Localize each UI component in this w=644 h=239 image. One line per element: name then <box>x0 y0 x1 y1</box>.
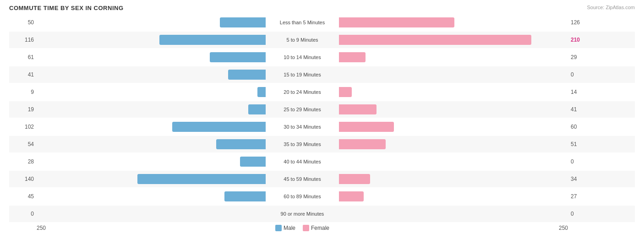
left-bar-container <box>37 52 266 62</box>
right-bar-container <box>339 17 568 27</box>
row-inner: 41 15 to 19 Minutes 0 <box>9 66 635 83</box>
row-inner: 28 40 to 44 Minutes 0 <box>9 153 635 170</box>
bar-row: 9 20 to 24 Minutes 14 <box>9 84 635 100</box>
female-value: 60 <box>568 124 595 130</box>
row-inner: 50 Less than 5 Minutes 126 <box>9 14 635 31</box>
row-inner: 9 20 to 24 Minutes 14 <box>9 84 635 100</box>
female-value: 0 <box>568 158 595 165</box>
right-bar-container <box>339 191 568 201</box>
left-bar-container <box>37 17 266 27</box>
female-value: 0 <box>568 71 595 78</box>
female-bar <box>339 174 370 184</box>
male-bar <box>220 17 266 27</box>
female-bar <box>339 191 364 201</box>
male-bar <box>240 157 266 167</box>
female-bar <box>339 104 377 114</box>
row-inner: 54 35 to 39 Minutes 51 <box>9 136 635 152</box>
legend-female-box <box>303 225 309 231</box>
bar-row: 54 35 to 39 Minutes 51 <box>9 136 635 152</box>
female-value: 210 <box>568 37 595 43</box>
right-bar-container <box>339 87 568 97</box>
female-value: 14 <box>568 89 595 95</box>
bottom-row: 250 Male Female 250 <box>9 225 635 231</box>
legend-female: Female <box>303 225 329 231</box>
bar-row: 41 15 to 19 Minutes 0 <box>9 66 635 83</box>
male-bar <box>172 122 266 132</box>
bar-row: 140 45 to 59 Minutes 34 <box>9 171 635 187</box>
right-bar-container <box>339 122 568 132</box>
right-bar-container <box>339 35 568 45</box>
male-value: 28 <box>9 158 37 165</box>
row-inner: 19 25 to 29 Minutes 41 <box>9 101 635 118</box>
legend-male-box <box>275 225 282 231</box>
right-bar-container <box>339 70 568 80</box>
row-label: 35 to 39 Minutes <box>266 141 339 147</box>
female-bar <box>339 52 366 62</box>
row-label: 90 or more Minutes <box>266 211 339 217</box>
male-bar <box>228 70 266 80</box>
female-value: 29 <box>568 54 595 60</box>
axis-value-right: 250 <box>339 225 568 231</box>
male-bar <box>224 191 266 201</box>
bar-row: 116 5 to 9 Minutes 210 <box>9 32 635 48</box>
male-bar <box>210 52 266 62</box>
left-bar-container <box>37 191 266 201</box>
left-bar-container <box>37 157 266 167</box>
left-bar-container <box>37 35 266 45</box>
row-label: 30 to 34 Minutes <box>266 124 339 130</box>
male-value: 140 <box>9 176 37 182</box>
male-value: 19 <box>9 106 37 113</box>
male-value: 45 <box>9 193 37 200</box>
legend-female-label: Female <box>311 225 329 231</box>
bar-row: 28 40 to 44 Minutes 0 <box>9 153 635 170</box>
row-label: 60 to 89 Minutes <box>266 194 339 199</box>
bar-row: 45 60 to 89 Minutes 27 <box>9 188 635 205</box>
bar-row: 0 90 or more Minutes 0 <box>9 206 635 222</box>
female-bar <box>339 122 394 132</box>
male-value: 102 <box>9 124 37 130</box>
row-inner: 102 30 to 34 Minutes 60 <box>9 119 635 135</box>
male-value: 54 <box>9 141 37 147</box>
male-bar <box>159 35 266 45</box>
chart-container: COMMUTE TIME BY SEX IN CORNING Source: Z… <box>0 0 644 239</box>
male-bar <box>257 87 266 97</box>
male-bar <box>137 174 266 184</box>
row-inner: 45 60 to 89 Minutes 27 <box>9 188 635 205</box>
row-label: 25 to 29 Minutes <box>266 107 339 112</box>
bar-row: 19 25 to 29 Minutes 41 <box>9 101 635 118</box>
row-label: Less than 5 Minutes <box>266 20 339 25</box>
row-label: 15 to 19 Minutes <box>266 72 339 77</box>
male-value: 50 <box>9 19 37 26</box>
male-value: 41 <box>9 71 37 78</box>
bottom-center-area: 250 Male Female 250 <box>37 225 568 231</box>
axis-value-left: 250 <box>37 225 266 231</box>
bar-row: 61 10 to 14 Minutes 29 <box>9 49 635 65</box>
bar-row: 50 Less than 5 Minutes 126 <box>9 14 635 31</box>
row-inner: 0 90 or more Minutes 0 <box>9 206 635 222</box>
left-bar-container <box>37 174 266 184</box>
male-bar <box>248 104 266 114</box>
female-bar <box>339 87 352 97</box>
row-label: 20 to 24 Minutes <box>266 89 339 95</box>
female-bar <box>339 17 454 27</box>
female-value: 34 <box>568 176 595 182</box>
female-bar <box>339 35 531 45</box>
row-label: 40 to 44 Minutes <box>266 159 339 164</box>
legend: Male Female <box>266 225 339 231</box>
row-inner: 61 10 to 14 Minutes 29 <box>9 49 635 65</box>
row-inner: 140 45 to 59 Minutes 34 <box>9 171 635 187</box>
right-bar-container <box>339 174 568 184</box>
left-bar-container <box>37 104 266 114</box>
left-bar-container <box>37 139 266 149</box>
row-inner: 116 5 to 9 Minutes 210 <box>9 32 635 48</box>
female-bar <box>339 139 386 149</box>
right-bar-container <box>339 139 568 149</box>
male-bar <box>216 139 266 149</box>
female-value: 41 <box>568 106 595 113</box>
female-value: 27 <box>568 193 595 200</box>
left-bar-container <box>37 122 266 132</box>
male-value: 61 <box>9 54 37 60</box>
right-bar-container <box>339 52 568 62</box>
left-bar-container <box>37 87 266 97</box>
female-value: 0 <box>568 211 595 217</box>
